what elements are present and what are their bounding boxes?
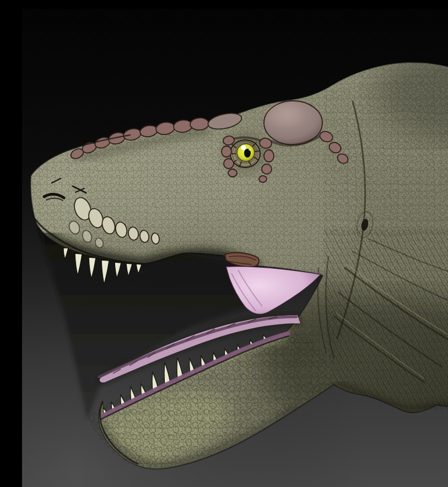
trex-illustration: Digital illustration of a Tyrannosaurus … xyxy=(22,9,448,487)
trex-artwork xyxy=(22,9,448,487)
eye-highlight xyxy=(241,145,246,150)
neck-wrinkle-texture xyxy=(320,69,448,416)
